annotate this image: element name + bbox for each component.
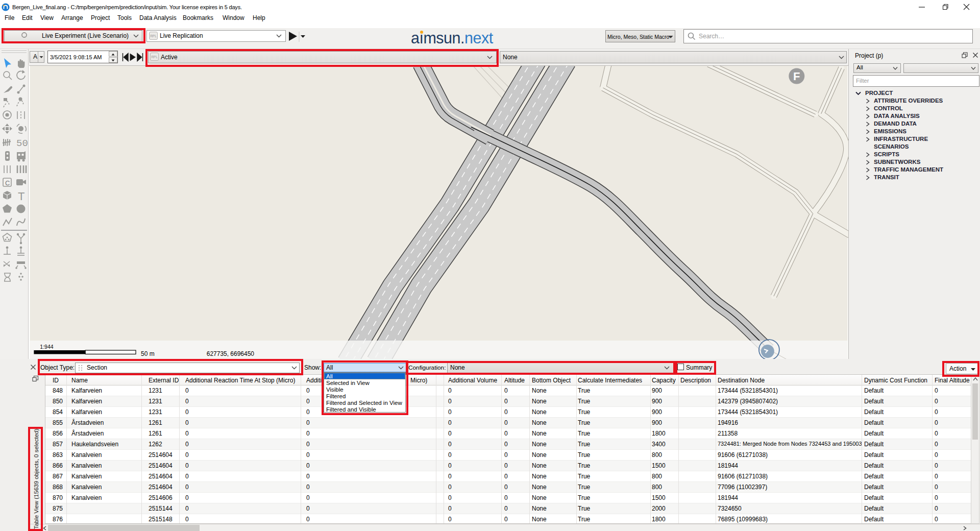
svg-text:627735, 6696450: 627735, 6696450	[207, 350, 255, 357]
svg-text:T: T	[18, 190, 24, 203]
svg-text:F: F	[793, 70, 800, 83]
svg-text:50 m: 50 m	[141, 350, 155, 357]
svg-text:1:944: 1:944	[40, 344, 53, 350]
svg-text:C: C	[5, 179, 10, 187]
svg-text:50: 50	[16, 138, 28, 149]
